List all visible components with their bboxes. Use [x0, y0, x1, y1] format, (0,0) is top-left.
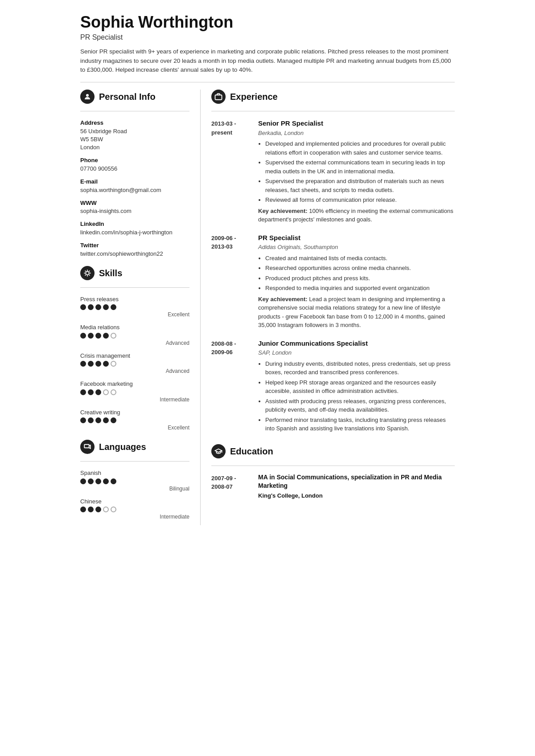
edu-date: 2007-09 -2008-07 [211, 473, 258, 500]
skill-item: Media relationsAdvanced [80, 323, 189, 347]
skill-level: Advanced [80, 339, 189, 347]
skills-section: Skills Press releasesExcellentMedia rela… [80, 266, 189, 432]
experience-section: Experience 2013-03 -presentSenior PR Spe… [211, 90, 455, 435]
exp-title: Senior PR Specialist [258, 119, 455, 129]
info-label: Address [80, 119, 189, 127]
exp-bullet: Supervised the external communications t… [265, 158, 455, 176]
language-dot [103, 478, 109, 484]
skill-dot [80, 333, 86, 339]
exp-bullet: Researched opportunities across online m… [265, 264, 455, 273]
skill-dot [88, 417, 94, 423]
exp-bullet: Performed minor translating tasks, inclu… [265, 416, 455, 433]
skill-dot [95, 304, 101, 310]
edu-content: MA in Social Communications, specializat… [258, 473, 455, 500]
exp-bullet: Produced product pitches and press kits. [265, 274, 455, 283]
language-dot [80, 478, 86, 484]
experience-heading: Experience [211, 90, 455, 104]
exp-header: 2013-03 -presentSenior PR SpecialistBerk… [211, 119, 455, 224]
skills-list: Press releasesExcellentMedia relationsAd… [80, 295, 189, 432]
exp-header: 2009-06 -2013-03PR SpecialistAdidas Orig… [211, 233, 455, 330]
skill-name: Press releases [80, 295, 189, 304]
exp-date: 2013-03 -present [211, 119, 258, 224]
main-layout: Personal Info Address56 Uxbridge RoadW5 … [80, 90, 455, 525]
language-name: Spanish [80, 469, 189, 478]
candidate-name: Sophia Worthington [80, 13, 455, 31]
skill-level: Intermediate [80, 396, 189, 404]
info-label: LinkedIn [80, 220, 189, 229]
info-label: E-mail [80, 177, 189, 186]
left-column: Personal Info Address56 Uxbridge RoadW5 … [80, 90, 201, 525]
language-dot [88, 507, 94, 512]
skills-title: Skills [99, 266, 122, 280]
exp-company: Adidas Originals, Southampton [258, 243, 455, 252]
candidate-summary: Senior PR specialist with 9+ years of ex… [80, 47, 455, 75]
language-dot [80, 507, 86, 512]
skill-dot [103, 417, 109, 423]
info-value: 56 Uxbridge RoadW5 5BWLondon [80, 127, 189, 152]
language-item: SpanishBilingual [80, 469, 189, 493]
exp-content: Junior Communications SpecialistSAP, Lon… [258, 339, 455, 435]
skill-dots [80, 389, 189, 395]
education-title: Education [230, 445, 273, 458]
skill-item: Crisis managementAdvanced [80, 351, 189, 376]
exp-bullet: Reviewed all forms of communication prio… [265, 196, 455, 204]
language-dots [80, 478, 189, 484]
exp-achievement: Key achievement: 100% efficiency in meet… [258, 207, 455, 224]
skill-dot [88, 304, 94, 310]
personal-info-title: Personal Info [99, 90, 156, 103]
skill-dot [80, 417, 86, 423]
experience-list: 2013-03 -presentSenior PR SpecialistBerk… [211, 119, 455, 435]
exp-bullet: Responded to media inquiries and support… [265, 284, 455, 293]
skill-dot [111, 417, 116, 423]
skill-dot [103, 361, 109, 367]
exp-bullets: Developed and implemented policies and p… [258, 139, 455, 204]
experience-icon [211, 90, 226, 104]
edu-school: King's College, London [258, 491, 455, 500]
info-value: sophia.worthington@gmail.com [80, 186, 189, 194]
skill-dot [95, 389, 101, 395]
skills-divider [80, 287, 189, 288]
skill-name: Media relations [80, 323, 189, 332]
exp-company: Berkadia, London [258, 129, 455, 138]
languages-section: Languages SpanishBilingualChineseInterme… [80, 440, 189, 521]
personal-info-item: WWWsophia-insights.com [80, 199, 189, 216]
skill-dot [80, 304, 86, 310]
education-heading: Education [211, 444, 455, 458]
languages-title: Languages [99, 440, 146, 454]
exp-title: PR Specialist [258, 233, 455, 243]
language-dot [111, 507, 116, 512]
experience-title: Experience [230, 90, 278, 103]
language-level: Intermediate [80, 513, 189, 521]
education-entry: 2007-09 -2008-07MA in Social Communicati… [211, 473, 455, 500]
experience-entry: 2008-08 -2009-06Junior Communications Sp… [211, 339, 455, 435]
experience-divider [211, 111, 455, 111]
skill-dot [111, 389, 116, 395]
exp-bullet: During industry events, distributed note… [265, 360, 455, 377]
exp-bullet: Developed and implemented policies and p… [265, 139, 455, 157]
skill-name: Creative writing [80, 408, 189, 417]
personal-info-item: Twittertwitter.com/sophieworthington22 [80, 241, 189, 258]
language-dot [111, 478, 116, 484]
svg-rect-3 [215, 95, 222, 100]
personal-info-heading: Personal Info [80, 90, 189, 104]
skill-level: Advanced [80, 367, 189, 375]
svg-point-0 [86, 94, 89, 97]
personal-info-section: Personal Info Address56 Uxbridge RoadW5 … [80, 90, 189, 258]
info-value: 07700 900556 [80, 165, 189, 173]
exp-bullet: Assisted with producing press releases, … [265, 397, 455, 414]
education-divider [211, 466, 455, 466]
skill-dot [95, 361, 101, 367]
skill-dot [88, 389, 94, 395]
exp-company: SAP, London [258, 348, 455, 357]
header-divider [80, 82, 455, 82]
skill-dot [95, 333, 101, 339]
skill-item: Creative writingExcellent [80, 408, 189, 432]
skill-dot [103, 333, 109, 339]
svg-point-1 [86, 271, 89, 275]
skills-heading: Skills [80, 266, 189, 280]
info-label: Phone [80, 156, 189, 165]
personal-info-divider [80, 111, 189, 111]
languages-divider [80, 461, 189, 462]
info-label: WWW [80, 199, 189, 208]
skill-dot [111, 304, 116, 310]
